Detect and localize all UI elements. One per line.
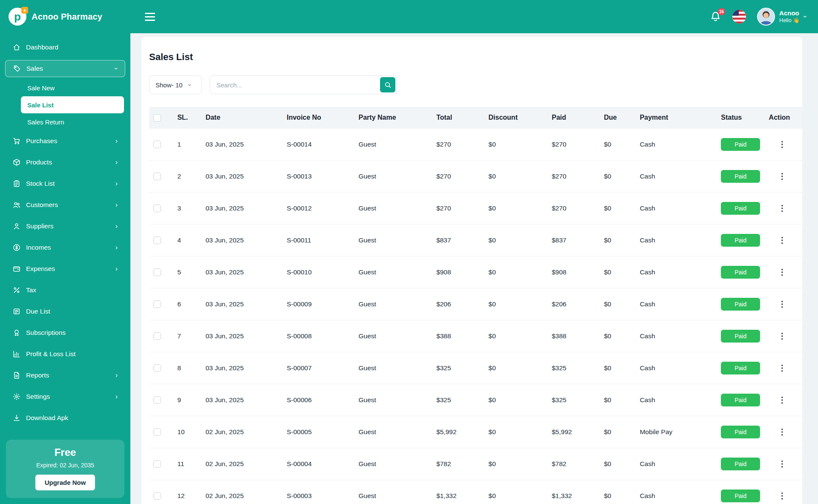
- cell-party-name: Guest: [354, 480, 432, 504]
- row-checkbox[interactable]: [153, 428, 161, 436]
- sidebar-item-label: Due List: [26, 308, 118, 315]
- sidebar-subitem-sale-list[interactable]: Sale List: [21, 96, 124, 113]
- sales-table-body: 1 03 Jun, 2025 S-00014 Guest $270 $0 $27…: [149, 129, 802, 504]
- cell-paid: $837: [547, 224, 599, 256]
- upgrade-now-button[interactable]: Upgrade Now: [35, 475, 95, 490]
- row-checkbox[interactable]: [153, 204, 161, 212]
- sidebar-item-customers[interactable]: Customers›: [0, 194, 130, 216]
- language-flag-button[interactable]: [732, 10, 746, 23]
- cell-total: $325: [432, 384, 484, 416]
- row-checkbox[interactable]: [153, 364, 161, 372]
- sidebar-item-label: Dashboard: [26, 43, 118, 51]
- sidebar-item-due-list[interactable]: Due List: [0, 301, 130, 322]
- row-checkbox[interactable]: [153, 173, 161, 180]
- content-card: Sales List Show- 10 ›: [141, 37, 802, 504]
- row-checkbox[interactable]: [153, 492, 161, 500]
- sidebar-item-incomes[interactable]: Incomes›: [0, 237, 130, 258]
- sidebar-item-settings[interactable]: Settings›: [0, 386, 130, 407]
- cell-sl: 3: [173, 192, 201, 224]
- show-entries-select[interactable]: Show- 10 ›: [149, 75, 202, 94]
- cell-sl: 7: [173, 320, 201, 352]
- sidebar-item-reports[interactable]: Reports›: [0, 365, 130, 386]
- cell-date: 03 Jun, 2025: [201, 384, 282, 416]
- row-actions-menu[interactable]: ⋮: [775, 203, 790, 213]
- col-total: Total: [432, 107, 484, 129]
- percent-icon: [13, 286, 20, 294]
- row-actions-menu[interactable]: ⋮: [775, 331, 790, 341]
- row-checkbox[interactable]: [153, 460, 161, 468]
- row-actions-menu[interactable]: ⋮: [775, 171, 790, 181]
- sidebar-item-suppliers[interactable]: Suppliers›: [0, 216, 130, 237]
- search-icon: [384, 81, 392, 89]
- status-badge: Paid: [721, 234, 760, 247]
- chevron-right-icon: ›: [115, 265, 118, 272]
- cell-payment: Cash: [636, 384, 717, 416]
- wallet-icon: [13, 265, 20, 273]
- cell-sl: 5: [173, 256, 201, 288]
- row-actions-menu[interactable]: ⋮: [775, 235, 790, 245]
- user-menu[interactable]: Acnoo Hello 👋 ›: [757, 8, 806, 26]
- box-icon: [13, 158, 20, 166]
- row-checkbox[interactable]: [153, 332, 161, 340]
- table-controls: Show- 10 ›: [149, 75, 802, 94]
- cell-invoice-no: S-00011: [282, 224, 354, 256]
- row-actions-menu[interactable]: ⋮: [775, 427, 790, 437]
- row-actions-menu[interactable]: ⋮: [775, 459, 790, 469]
- select-all-checkbox[interactable]: [153, 114, 161, 122]
- free-plan-card: Free Expired: 02 Jun, 2035 Upgrade Now: [6, 440, 124, 498]
- sidebar-item-purchases[interactable]: Purchases›: [0, 130, 130, 152]
- row-actions-menu[interactable]: ⋮: [775, 363, 790, 373]
- sidebar-item-sales[interactable]: Sales›: [5, 60, 125, 77]
- sidebar-item-label: Stock List: [26, 180, 110, 187]
- cell-invoice-no: S-00010: [282, 256, 354, 288]
- cell-party-name: Guest: [354, 288, 432, 320]
- sidebar-item-stock-list[interactable]: Stock List›: [0, 173, 130, 194]
- row-actions-menu[interactable]: ⋮: [775, 299, 790, 309]
- cell-total: $388: [432, 320, 484, 352]
- cell-date: 02 Jun, 2025: [201, 480, 282, 504]
- row-checkbox[interactable]: [153, 236, 161, 244]
- row-actions-menu[interactable]: ⋮: [775, 491, 790, 501]
- sidebar-subitem-sales-return[interactable]: Sales Return: [21, 113, 124, 130]
- cell-sl: 10: [173, 416, 201, 448]
- cell-party-name: Guest: [354, 129, 432, 161]
- row-actions-menu[interactable]: ⋮: [775, 139, 790, 149]
- cell-due: $0: [599, 480, 635, 504]
- topbar-actions: 16 Acnoo Hello 👋 ›: [710, 8, 806, 26]
- sidebar-subitem-sale-new[interactable]: Sale New: [21, 79, 124, 96]
- row-actions-menu[interactable]: ⋮: [775, 395, 790, 405]
- sidebar-item-tax[interactable]: Tax: [0, 279, 130, 301]
- row-actions-menu[interactable]: ⋮: [775, 267, 790, 277]
- sidebar-item-products[interactable]: Products›: [0, 152, 130, 173]
- sidebar-item-subscriptions[interactable]: Subscriptions: [0, 322, 130, 343]
- user-avatar: [757, 8, 775, 26]
- row-checkbox[interactable]: [153, 396, 161, 404]
- cell-date: 03 Jun, 2025: [201, 256, 282, 288]
- row-checkbox[interactable]: [153, 268, 161, 276]
- sidebar-item-label: Products: [26, 158, 110, 166]
- cell-payment: Cash: [636, 448, 717, 480]
- sidebar-item-label: Reports: [26, 372, 110, 379]
- cell-paid: $5,992: [547, 416, 599, 448]
- sidebar-item-expenses[interactable]: Expenses›: [0, 258, 130, 279]
- show-entries-label: Show- 10: [156, 81, 182, 89]
- file-icon: [13, 372, 20, 379]
- cell-discount: $0: [484, 256, 547, 288]
- chevron-right-icon: ›: [115, 202, 118, 208]
- cell-total: $837: [432, 224, 484, 256]
- sidebar-item-dashboard[interactable]: Dashboard: [0, 37, 130, 58]
- row-checkbox[interactable]: [153, 300, 161, 308]
- sidebar-item-download-apk[interactable]: Download Apk: [0, 407, 130, 429]
- cell-party-name: Guest: [354, 448, 432, 480]
- table-row: 10 02 Jun, 2025 S-00005 Guest $5,992 $0 …: [149, 416, 802, 448]
- cell-invoice-no: S-00013: [282, 160, 354, 192]
- search-button[interactable]: [380, 77, 395, 92]
- notifications-button[interactable]: 16: [710, 11, 721, 23]
- cell-discount: $0: [484, 416, 547, 448]
- cell-invoice-no: S-00014: [282, 129, 354, 161]
- row-checkbox[interactable]: [153, 141, 161, 148]
- cell-due: $0: [599, 320, 635, 352]
- hamburger-menu-button[interactable]: [143, 11, 157, 23]
- search-input[interactable]: [210, 75, 397, 94]
- sidebar-item-profit-loss-list[interactable]: Profit & Loss List: [0, 343, 130, 365]
